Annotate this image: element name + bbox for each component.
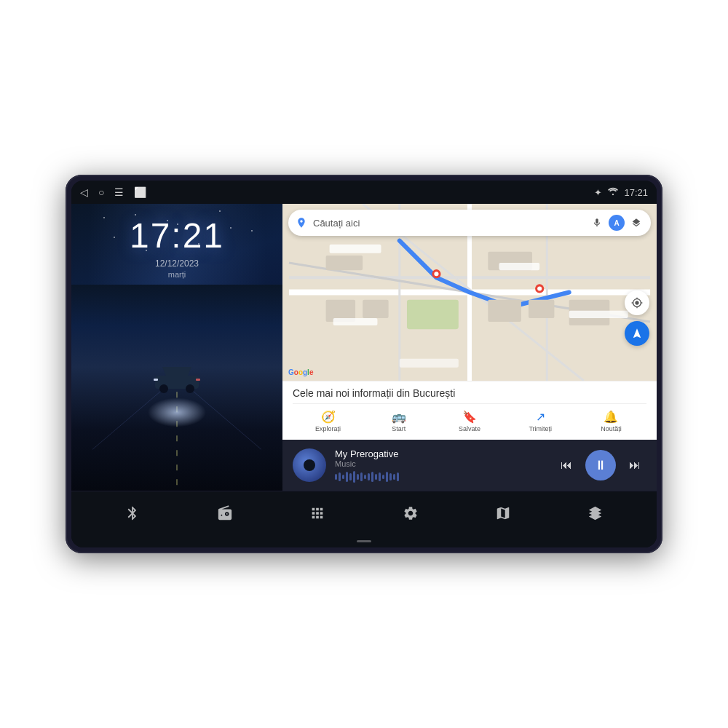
status-bar: ◁ ○ ☰ ⬜ ✦ 17:21	[71, 181, 657, 204]
svg-rect-29	[407, 300, 459, 330]
waveform-bar	[371, 472, 373, 482]
waveform-bar	[379, 472, 381, 481]
album-art-center	[304, 459, 315, 471]
music-subtitle: Music	[335, 459, 546, 468]
svg-point-10	[159, 384, 168, 393]
taskbar-maps[interactable]	[485, 495, 521, 531]
layers-icon[interactable]	[629, 215, 644, 230]
main-content: 17:21 12/12/2023 marți	[71, 204, 657, 491]
music-waveform	[335, 471, 546, 483]
waveform-bar	[360, 472, 363, 481]
svg-point-7	[148, 397, 206, 427]
news-label: Noutăți	[601, 425, 622, 432]
album-art	[293, 448, 326, 482]
music-title: My Prerogative	[335, 448, 546, 459]
svg-rect-13	[196, 379, 200, 381]
music-info: My Prerogative Music	[335, 448, 546, 483]
waveform-bar	[339, 472, 341, 481]
lock-screen-panel: 17:21 12/12/2023 marți	[71, 204, 282, 491]
search-bar[interactable]: Căutați aici A	[288, 210, 651, 236]
start-icon: 🚌	[392, 410, 406, 424]
taskbar-settings[interactable]	[392, 495, 429, 531]
svg-rect-37	[569, 311, 628, 318]
device-frame: ◁ ○ ☰ ⬜ ✦ 17:21	[66, 175, 662, 553]
swipe-dot	[357, 540, 371, 542]
home-button[interactable]: ○	[98, 186, 104, 198]
taskbar-3d[interactable]	[577, 495, 614, 531]
prev-track-button[interactable]: ⏮	[555, 454, 578, 477]
taskbar-bluetooth[interactable]	[114, 495, 151, 531]
next-track-button[interactable]: ⏭	[623, 454, 646, 477]
waveform-bar	[393, 474, 395, 480]
tab-salvate[interactable]: 🔖 Salvate	[434, 408, 505, 434]
svg-point-11	[186, 384, 194, 393]
waveform-bar	[349, 473, 352, 480]
maps-info-panel: Cele mai noi informații din București 🧭 …	[282, 381, 657, 440]
taskbar-apps[interactable]	[299, 495, 336, 531]
svg-rect-34	[330, 245, 381, 253]
svg-point-33	[537, 286, 542, 290]
waveform-bar	[375, 474, 377, 480]
waveform-bar	[357, 474, 359, 480]
svg-rect-36	[333, 318, 378, 325]
bluetooth-icon: ✦	[594, 187, 602, 198]
menu-button[interactable]: ☰	[114, 186, 124, 198]
tab-noutăți[interactable]: 🔔 Noutăți	[576, 408, 646, 434]
status-indicators: ✦ 17:21	[594, 186, 648, 198]
maps-nav-tabs: 🧭 Explorați 🚌 Start 🔖 Salvate ↗	[293, 403, 646, 434]
nav-buttons: ◁ ○ ☰ ⬜	[80, 186, 146, 198]
waveform-bar	[364, 475, 366, 479]
waveform-bar	[342, 475, 344, 479]
google-logo: Google	[288, 368, 313, 376]
share-label: Trimiteți	[529, 425, 552, 432]
explore-label: Explorați	[315, 425, 341, 432]
back-button[interactable]: ◁	[80, 186, 88, 198]
music-player: My Prerogative Music ⏮ ⏸ ⏭	[282, 440, 657, 491]
svg-marker-9	[162, 367, 191, 376]
waveform-bar	[335, 474, 337, 480]
tunnel-svg	[71, 285, 282, 491]
waveform-bar	[382, 475, 384, 479]
waveform-bar	[353, 471, 355, 483]
tab-trimiteți[interactable]: ↗ Trimiteți	[505, 408, 576, 434]
clock-display: 17:21	[130, 215, 224, 256]
location-target-button[interactable]	[625, 290, 649, 315]
maps-info-title: Cele mai noi informații din București	[293, 387, 646, 399]
svg-rect-35	[499, 263, 540, 270]
waveform-bar	[397, 472, 399, 481]
google-maps-icon	[296, 217, 307, 229]
waveform-bar	[368, 473, 370, 480]
wifi-icon	[608, 186, 618, 198]
waveform-bar	[386, 472, 388, 482]
swipe-indicator	[71, 534, 657, 547]
date-display: 12/12/2023	[155, 258, 199, 269]
svg-point-31	[434, 272, 438, 276]
tab-explorați[interactable]: 🧭 Explorați	[293, 408, 363, 434]
svg-rect-23	[363, 300, 388, 318]
right-panel: Căutați aici A	[282, 204, 657, 491]
search-input[interactable]: Căutați aici	[313, 218, 584, 229]
music-controls: ⏮ ⏸ ⏭	[555, 450, 646, 480]
taskbar-radio[interactable]	[207, 495, 243, 531]
waveform-bar	[346, 472, 348, 482]
car-scene	[71, 285, 282, 491]
play-pause-button[interactable]: ⏸	[585, 450, 616, 480]
day-display: marți	[168, 270, 186, 279]
svg-rect-38	[400, 359, 459, 368]
share-icon: ↗	[536, 410, 545, 424]
start-label: Start	[392, 425, 405, 432]
svg-rect-12	[154, 379, 158, 381]
saved-label: Salvate	[459, 425, 480, 432]
taskbar	[71, 491, 657, 534]
time-display: 17:21	[624, 187, 648, 198]
map-area[interactable]: Căutați aici A	[282, 204, 657, 381]
tab-start[interactable]: 🚌 Start	[363, 408, 434, 434]
microphone-icon[interactable]	[590, 215, 604, 230]
news-icon: 🔔	[604, 410, 618, 424]
search-action-icons: A	[590, 215, 644, 231]
navigation-button[interactable]	[625, 321, 649, 346]
screen-button[interactable]: ⬜	[134, 186, 146, 198]
svg-rect-24	[326, 256, 363, 270]
saved-icon: 🔖	[462, 410, 477, 424]
user-avatar[interactable]: A	[609, 215, 625, 231]
